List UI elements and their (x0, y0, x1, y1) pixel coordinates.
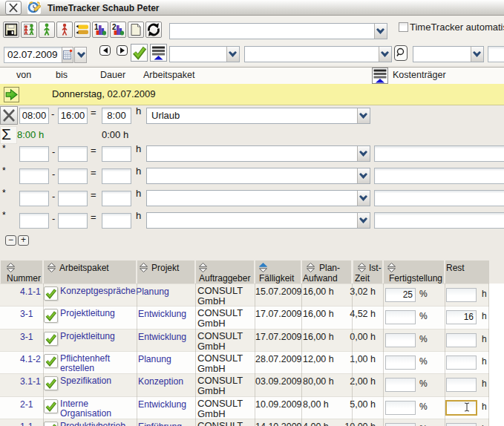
svg-text:2: 2 (112, 23, 117, 31)
svg-text:1: 1 (94, 23, 99, 31)
